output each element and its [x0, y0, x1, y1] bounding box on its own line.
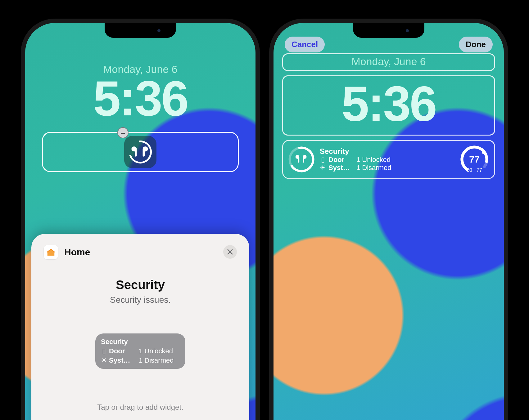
temperature-widget[interactable]: 77 60 77 [459, 144, 490, 175]
close-icon [227, 248, 233, 255]
lock-time: 5:36 [283, 79, 494, 128]
security-row-value: 1 Unlocked [356, 156, 391, 164]
preview-row-door: ▯ Door 1 Unlocked [101, 347, 180, 355]
security-row-label: Door [328, 156, 354, 164]
phone-left: Monday, June 6 5:36 – [21, 19, 260, 420]
preview-row-label: Door [109, 347, 137, 355]
security-widget[interactable]: Security ▯ Door 1 Unlocked ☀ Syst… 1 Dis… [320, 147, 454, 172]
preview-row-label: Syst… [109, 356, 137, 364]
preview-row-value: 1 Unlocked [139, 347, 173, 355]
widget-picker-sheet: Home Security Security issues. Security … [31, 234, 249, 420]
door-icon: ▯ [320, 156, 326, 164]
preview-title: Security [101, 338, 180, 346]
remove-widget-button[interactable]: – [117, 127, 129, 138]
widget-subtitle: Security issues. [44, 295, 237, 305]
security-widget-title: Security [320, 147, 454, 156]
sheet-app-title: Home [64, 247, 90, 257]
widget-title: Security [44, 278, 237, 292]
svg-point-0 [128, 140, 152, 164]
airpods-widget[interactable] [124, 136, 156, 168]
security-row-door: ▯ Door 1 Unlocked [320, 156, 454, 164]
phone-right: Cancel Done Monday, June 6 5:36 [269, 19, 508, 420]
widget-slot-bar[interactable]: – [42, 132, 239, 172]
svg-point-5 [482, 151, 485, 154]
close-sheet-button[interactable] [223, 245, 237, 259]
svg-point-2 [288, 146, 315, 173]
airpods-widget[interactable] [287, 145, 315, 173]
notch [105, 23, 176, 38]
airpods-icon [128, 140, 152, 164]
notch [353, 23, 424, 38]
done-button[interactable]: Done [459, 37, 493, 52]
alarm-icon: ☀ [320, 164, 326, 172]
security-row-label: Syst… [328, 164, 354, 172]
alarm-icon: ☀ [101, 356, 107, 364]
temperature-high: 77 [477, 168, 482, 173]
lock-time[interactable]: 5:36 [25, 74, 255, 123]
date-edit-slot[interactable]: Monday, June 6 [282, 53, 495, 71]
widget-slot-bar[interactable]: Security ▯ Door 1 Unlocked ☀ Syst… 1 Dis… [282, 140, 495, 179]
security-row-system: ☀ Syst… 1 Disarmed [320, 164, 454, 172]
preview-row-system: ☀ Syst… 1 Disarmed [101, 356, 180, 364]
preview-row-value: 1 Disarmed [139, 356, 174, 364]
sheet-hint: Tap or drag to add widget. [44, 403, 237, 412]
battery-ring-icon [287, 145, 315, 173]
security-row-value: 1 Disarmed [356, 164, 391, 172]
cancel-button[interactable]: Cancel [285, 37, 325, 52]
time-edit-slot[interactable]: 5:36 [282, 75, 495, 136]
door-icon: ▯ [101, 347, 107, 355]
home-app-icon [44, 245, 58, 259]
lock-date: Monday, June 6 [283, 56, 494, 68]
security-widget-preview[interactable]: Security ▯ Door 1 Unlocked ☀ Syst… 1 Dis… [95, 333, 185, 369]
temperature-low: 60 [467, 168, 472, 173]
